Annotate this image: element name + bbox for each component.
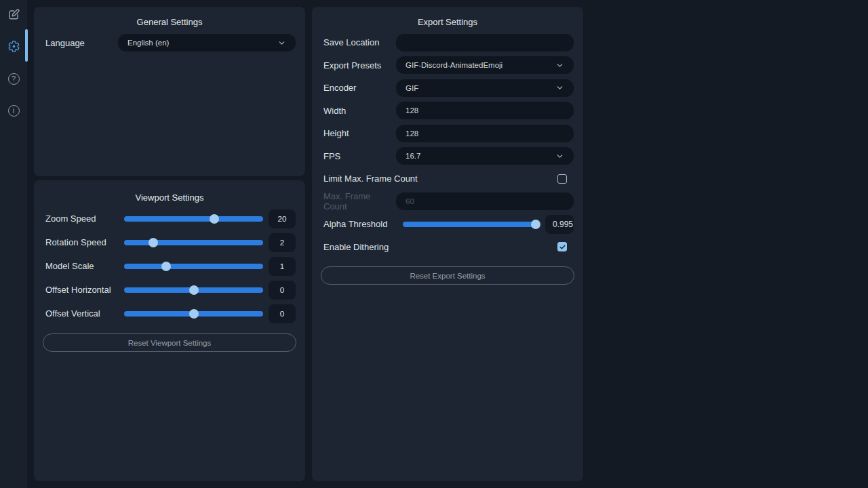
export-settings-title: Export Settings [312, 7, 583, 27]
enable-dithering-checkbox[interactable] [557, 242, 567, 251]
export-presets-row: Export Presets GIF-Discord-AnimatedEmoji [312, 54, 583, 77]
export-presets-value: GIF-Discord-AnimatedEmoji [406, 61, 502, 69]
info-icon: i [8, 105, 20, 117]
export-presets-select[interactable]: GIF-Discord-AnimatedEmoji [396, 56, 574, 74]
reset-export-settings-button[interactable]: Reset Export Settings [321, 266, 574, 285]
width-row: Width [312, 100, 583, 123]
enable-dithering-row: Enable Dithering [312, 236, 583, 259]
slider-track[interactable] [124, 264, 263, 269]
general-settings-title: General Settings [34, 7, 305, 27]
model-scale-row: Model Scale 1 [34, 254, 305, 278]
chevron-down-icon [555, 61, 564, 70]
alpha-threshold-slider[interactable] [403, 220, 540, 229]
zoom-speed-label: Zoom Speed [45, 214, 124, 224]
slider-track[interactable] [124, 240, 263, 245]
offset-horizontal-label: Offset Horizontal [45, 285, 124, 295]
sidebar-item-settings[interactable] [7, 40, 20, 54]
offset-vertical-value: 0 [269, 304, 296, 323]
rotation-speed-row: Rotation Speed 2 [34, 230, 305, 254]
chevron-down-icon [277, 39, 286, 47]
enable-dithering-label: Enable Dithering [323, 242, 389, 252]
slider-thumb[interactable] [210, 214, 219, 224]
help-icon: ? [8, 73, 20, 85]
zoom-speed-value: 20 [269, 209, 296, 228]
zoom-speed-slider[interactable] [124, 214, 263, 224]
save-location-row: Save Location [312, 31, 583, 54]
model-scale-slider[interactable] [124, 262, 263, 271]
language-select-value: English (en) [127, 39, 169, 47]
width-label: Width [323, 106, 396, 116]
offset-vertical-slider[interactable] [124, 309, 263, 319]
viewport-settings-title: Viewport Settings [34, 180, 305, 203]
max-frame-count-row: Max. Frame Count [312, 190, 583, 214]
save-location-input[interactable] [396, 34, 574, 52]
chevron-down-icon [555, 83, 564, 92]
offset-horizontal-row: Offset Horizontal 0 [34, 278, 305, 302]
height-label: Height [323, 128, 396, 138]
save-location-label: Save Location [323, 37, 396, 47]
active-tab-indicator [25, 29, 28, 62]
slider-thumb[interactable] [161, 262, 171, 271]
model-scale-value: 1 [269, 257, 296, 276]
slider-thumb[interactable] [531, 220, 540, 229]
export-settings-panel: Export Settings Save Location Export Pre… [312, 7, 583, 481]
sidebar-item-edit[interactable] [7, 8, 20, 22]
fps-label: FPS [323, 151, 396, 161]
gear-icon [7, 40, 20, 56]
encoder-select[interactable]: GIF [396, 79, 574, 97]
slider-thumb[interactable] [189, 309, 199, 319]
fps-row: FPS 16.7 [312, 145, 583, 168]
sidebar-item-help[interactable]: ? [7, 72, 20, 85]
general-settings-panel: General Settings Language English (en) [34, 7, 305, 176]
max-frame-count-input [396, 192, 574, 210]
offset-horizontal-slider[interactable] [124, 285, 263, 295]
fps-value: 16.7 [406, 152, 420, 160]
slider-track[interactable] [403, 222, 540, 227]
slider-track[interactable] [124, 216, 263, 222]
rotation-speed-slider[interactable] [124, 238, 263, 247]
height-row: Height [312, 122, 583, 145]
export-presets-label: Export Presets [323, 60, 396, 70]
encoder-value: GIF [406, 84, 418, 92]
alpha-threshold-row: Alpha Threshold 0.995 [312, 213, 583, 236]
height-input[interactable] [396, 125, 574, 142]
rotation-speed-value: 2 [269, 233, 296, 252]
alpha-threshold-value: 0.995 [545, 215, 574, 234]
limit-max-frame-count-row: Limit Max. Frame Count [312, 167, 583, 190]
reset-viewport-settings-button[interactable]: Reset Viewport Settings [43, 333, 296, 352]
offset-vertical-row: Offset Vertical 0 [34, 302, 305, 325]
language-select[interactable]: English (en) [118, 34, 296, 52]
encoder-row: Encoder GIF [312, 77, 583, 100]
viewport-settings-panel: Viewport Settings Zoom Speed 20 Rotation… [34, 180, 305, 481]
model-scale-label: Model Scale [45, 261, 124, 271]
limit-max-frame-count-label: Limit Max. Frame Count [323, 174, 418, 184]
alpha-threshold-label: Alpha Threshold [323, 219, 396, 229]
edit-icon [7, 8, 20, 24]
encoder-label: Encoder [323, 83, 396, 93]
slider-thumb[interactable] [189, 285, 199, 295]
sidebar: ? i [0, 0, 27, 488]
offset-vertical-label: Offset Vertical [45, 308, 124, 319]
sidebar-item-info[interactable]: i [7, 104, 20, 117]
language-row: Language English (en) [34, 34, 305, 52]
fps-select[interactable]: 16.7 [396, 147, 574, 165]
limit-max-frame-count-checkbox[interactable] [557, 174, 567, 184]
width-input[interactable] [396, 102, 574, 119]
zoom-speed-row: Zoom Speed 20 [34, 207, 305, 230]
slider-thumb[interactable] [149, 238, 158, 247]
offset-horizontal-value: 0 [269, 281, 296, 300]
chevron-down-icon [555, 152, 564, 161]
language-label: Language [45, 38, 118, 48]
rotation-speed-label: Rotation Speed [45, 237, 124, 247]
max-frame-count-label: Max. Frame Count [323, 191, 396, 211]
